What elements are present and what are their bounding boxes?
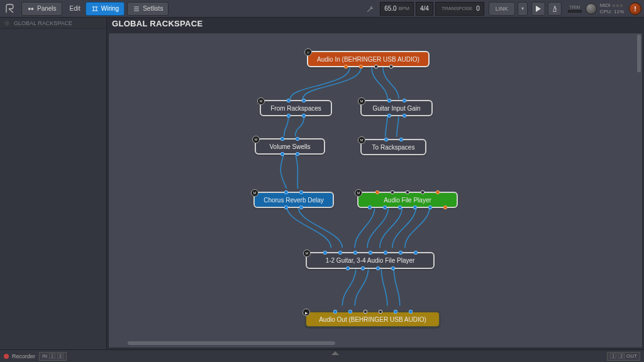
transpose-value: 0 <box>476 5 480 12</box>
master-knob[interactable] <box>586 3 597 14</box>
page-title: GLOBAL RACKSPACE <box>107 18 644 33</box>
setlists-icon <box>133 5 140 13</box>
input-channels[interactable]: IN 1 2 <box>39 352 67 361</box>
metronome-button[interactable] <box>548 2 562 16</box>
bpm-unit: BPM <box>399 6 409 11</box>
transpose-label: TRANSPOSE <box>441 6 472 11</box>
recorder-label[interactable]: Recorder <box>12 353 35 359</box>
wiring-icon <box>91 5 99 13</box>
svg-point-1 <box>31 8 33 10</box>
trim-label: TRIM <box>569 5 580 9</box>
node-volume-swells[interactable]: M Volume Swells <box>255 138 325 155</box>
play-icon <box>535 6 541 12</box>
transpose-field[interactable]: TRANSPOSE 0 <box>435 2 484 16</box>
cpu-value: 11% <box>614 9 624 15</box>
record-indicator-icon[interactable] <box>4 354 9 359</box>
bpm-value: 65.0 <box>384 5 396 12</box>
timesig-value: 4/4 <box>420 5 429 12</box>
setlists-button[interactable]: Setlists <box>127 2 169 16</box>
node-chorus-reverb-delay[interactable]: M Chorus Reverb Delay <box>253 192 334 208</box>
midi-label: MIDI <box>600 3 611 9</box>
node-audio-file-player[interactable]: M Audio File Player <box>357 192 458 208</box>
trim-meter <box>568 10 582 13</box>
panels-button[interactable]: Panels <box>21 2 62 16</box>
tempo-dropdown[interactable]: ▾ <box>518 2 528 16</box>
alert-badge[interactable]: ! <box>629 3 641 15</box>
panels-label: Panels <box>37 5 57 12</box>
node-label: Volume Swells <box>269 143 310 150</box>
bypass-icon: ⦸ <box>304 48 312 56</box>
node-label: Chorus Reverb Delay <box>264 197 324 204</box>
play-button[interactable] <box>531 2 545 16</box>
node-audio-out[interactable]: ▶ Audio Out (BEHRINGER USB AUDIO) <box>305 311 440 327</box>
panels-icon <box>27 5 35 13</box>
node-label: To Rackspaces <box>372 144 415 151</box>
node-label: Guitar Input Gain <box>372 105 420 112</box>
tempo-field[interactable]: 65.0 BPM <box>380 2 414 16</box>
node-from-rackspaces[interactable]: M From Rackspaces <box>260 100 332 116</box>
node-label: Audio File Player <box>384 197 431 204</box>
output-channels[interactable]: 1 2 OUT <box>607 352 640 361</box>
metronome-icon <box>551 5 558 13</box>
in-ch-2: 2 <box>57 353 64 359</box>
wrench-icon[interactable] <box>366 4 375 13</box>
node-to-rackspaces[interactable]: M To Rackspaces <box>360 139 426 155</box>
edit-button[interactable]: Edit <box>65 2 86 16</box>
node-label: 1-2 Guitar, 3-4 Audio File Player <box>326 257 415 264</box>
wiring-label: Wiring <box>101 5 119 12</box>
wiring-button[interactable]: Wiring <box>86 2 125 16</box>
trim-control[interactable]: TRIM <box>568 5 582 13</box>
svg-point-0 <box>28 8 31 10</box>
node-audio-in[interactable]: ⦸ Audio In (BEHRINGER USB AUDIO) <box>307 51 430 67</box>
setlists-label: Setlists <box>143 5 163 12</box>
svg-point-2 <box>6 22 8 25</box>
out-ch-2: 2 <box>618 353 625 359</box>
timesig-field[interactable]: 4/4 <box>416 2 433 16</box>
expand-up-icon[interactable] <box>331 351 339 355</box>
in-ch-1: 1 <box>49 353 55 359</box>
node-label: Audio Out (BEHRINGER USB AUDIO) <box>319 316 426 323</box>
cpu-label: CPU: <box>600 9 612 15</box>
edit-label: Edit <box>70 5 80 12</box>
node-label: Audio In (BEHRINGER USB AUDIO) <box>317 56 419 63</box>
in-label: IN <box>42 353 47 359</box>
left-header[interactable]: GLOBAL RACKSPACE <box>14 20 72 26</box>
node-mixer[interactable]: M 1-2 Guitar, 3-4 Audio File Player <box>306 252 435 269</box>
link-button[interactable]: LINK <box>489 2 515 16</box>
out-ch-1: 1 <box>610 353 616 359</box>
horizontal-scrollbar[interactable] <box>128 341 335 345</box>
node-guitar-input-gain[interactable]: M Guitar Input Gain <box>360 100 433 116</box>
out-label: OUT <box>626 353 637 359</box>
status-meters: MIDI CPU:11% <box>600 3 624 14</box>
wiring-canvas[interactable]: ⦸ Audio In (BEHRINGER USB AUDIO) M From … <box>108 33 643 348</box>
node-label: From Rackspaces <box>270 105 321 112</box>
app-logo[interactable] <box>3 1 18 16</box>
gear-icon[interactable] <box>4 20 10 26</box>
